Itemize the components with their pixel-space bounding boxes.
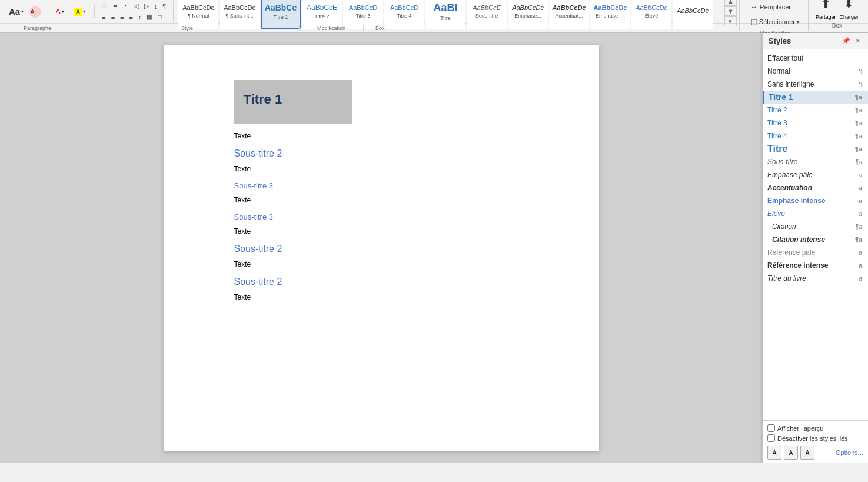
style-item-reference-pale-name: Référence pâle [767, 248, 856, 257]
indent-increase-btn[interactable]: ▷ [142, 1, 151, 11]
panel-close-btn[interactable]: ✕ [853, 36, 862, 45]
style-item-normal-name: Normal [767, 67, 856, 75]
style-item-accentuation[interactable]: Accentuation a [763, 181, 868, 194]
document-page: Titre 1 Texte Sous-titre 2 Texte Sous-ti… [164, 45, 599, 451]
partager-btn[interactable]: ⬆ [817, 0, 835, 13]
align-left-btn[interactable]: ≡ [99, 12, 108, 22]
title1-wrapper: Titre 1 [234, 80, 352, 124]
style-emphase-label: Emphase... [514, 13, 541, 19]
style-item-citation-intense[interactable]: Citation intense ¶a [767, 233, 868, 246]
style-section-label: Style [75, 25, 300, 31]
style-item-reference-intense[interactable]: Référence intense a [763, 259, 868, 272]
style-item-titre[interactable]: Titre ¶a [763, 142, 868, 155]
styles-panel-header: Styles 📌 ✕ [763, 33, 868, 49]
highlight-btn[interactable]: A ▾ [70, 5, 89, 18]
doc-subtitle2-3: Sous-titre 2 [234, 277, 552, 287]
multi-level-list-btn[interactable]: ⋮ [120, 1, 131, 11]
numbered-list-btn[interactable]: ≡ [111, 1, 119, 11]
styles-list: Effacer tout Normal ¶ Sans interligne ¶ … [763, 49, 868, 420]
ribbon-top: Aa ▾ A A ▾ A ▾ ☰ ≡ ⋮ ◁ [0, 0, 868, 24]
doc-subtitle3-1: Sous-titre 3 [234, 181, 552, 190]
new-style-btn[interactable]: A [767, 446, 781, 460]
style-item-sans-name: Sans interligne [767, 80, 856, 88]
style-item-emphase-pale[interactable]: Emphase pâle a [763, 168, 868, 181]
style-item-titre2-name: Titre 2 [767, 106, 853, 114]
style-item-sans-icon: ¶ [859, 81, 862, 88]
style-item-sans-interligne[interactable]: Sans interligne ¶ [763, 78, 868, 91]
afficher-apercu-checkbox[interactable] [767, 424, 775, 432]
style-emphase-intense-label: Emphase i... [596, 13, 625, 19]
style-item-sous-titre-name: Sous-titre [767, 158, 853, 166]
line-spacing-btn[interactable]: ↕ [136, 12, 144, 22]
style-accentuation-preview: AaBbCcDc [553, 4, 586, 12]
panel-pin-btn[interactable]: 📌 [840, 36, 852, 45]
load-icon: ⬇ [844, 0, 854, 11]
gallery-scroll-up[interactable]: ▲ [724, 0, 737, 6]
style-item-eleve[interactable]: Élevé a [763, 207, 868, 220]
font-color-btn[interactable]: A ▾ [51, 5, 68, 18]
style-item-effacer[interactable]: Effacer tout [763, 52, 868, 65]
shading-btn[interactable]: ▦ [144, 12, 155, 22]
style-item-sous-titre[interactable]: Sous-titre ¶a [763, 155, 868, 168]
style-item-titre-livre-name: Titre du livre [767, 274, 856, 282]
ribbon: Aa ▾ A A ▾ A ▾ ☰ ≡ ⋮ ◁ [0, 0, 868, 33]
footer-buttons: A A A Options... [767, 446, 863, 460]
show-marks-btn[interactable]: ¶ [160, 1, 168, 11]
style-titre1-preview: AaBbCc [265, 3, 297, 13]
afficher-apercu-label: Afficher l'aperçu [777, 425, 823, 432]
bullet-list-btn[interactable]: ☰ [99, 1, 110, 11]
align-right-btn[interactable]: ≡ [118, 12, 126, 22]
style-item-titre-livre[interactable]: Titre du livre a [763, 272, 868, 285]
quick-style-btn[interactable]: A [29, 6, 41, 18]
style-item-effacer-name: Effacer tout [767, 54, 860, 62]
style-item-titre2[interactable]: Titre 2 ¶a [763, 104, 868, 117]
document-area: Titre 1 Texte Sous-titre 2 Texte Sous-ti… [0, 33, 762, 463]
style-sans-preview: AaBbCcDc [224, 4, 255, 12]
align-justify-btn[interactable]: ≡ [127, 12, 135, 22]
style-item-titre3-icon: ¶a [855, 119, 862, 127]
style-item-citation-intense-icon: ¶a [855, 236, 862, 243]
style-item-reference-pale[interactable]: Référence pâle a [763, 246, 868, 259]
charger-btn[interactable]: ⬇ [840, 0, 858, 13]
style-item-titre1-name: Titre 1 [769, 92, 853, 102]
new-style-icon: A [773, 450, 777, 456]
style-item-sous-titre-icon: ¶a [855, 158, 862, 165]
borders-btn[interactable]: □ [155, 12, 164, 22]
doc-text5: Texte [234, 259, 552, 270]
style-item-citation-name: Citation [772, 222, 853, 231]
style-titre3-preview: AaBbCcD [349, 4, 377, 12]
paragraphe-section-label: Paragraphe [0, 25, 75, 31]
gallery-scroll: ▲ ▼ ▾ [724, 0, 737, 26]
sort-btn[interactable]: ↕ [152, 1, 160, 11]
options-link[interactable]: Options... [836, 449, 863, 456]
styles-panel-title: Styles [769, 36, 791, 45]
style-item-titre4[interactable]: Titre 4 ¶a [763, 129, 868, 142]
style-item-titre3[interactable]: Titre 3 ¶a [763, 117, 868, 129]
style-item-titre3-name: Titre 3 [767, 119, 853, 127]
style-item-emphase-intense[interactable]: Emphase intense a [763, 194, 868, 207]
charger-container: ⬇ Charger [839, 0, 859, 20]
remplacer-btn[interactable]: ↔ Remplacer [747, 1, 803, 14]
style-item-citation[interactable]: Citation ¶a [767, 220, 868, 233]
desactiver-styles-checkbox[interactable] [767, 434, 775, 442]
style-item-titre1[interactable]: Titre 1 ¶a [763, 91, 868, 104]
style-normal-label: ¶ Normal [188, 13, 209, 19]
style-emphase-preview: AaBbCcDc [512, 4, 544, 12]
box-buttons: ⬆ Partager ⬇ Charger [816, 0, 859, 20]
manage-style-btn[interactable]: A [800, 446, 814, 460]
style-accentuation-label: Accentuat... [555, 13, 583, 19]
gallery-scroll-down[interactable]: ▼ [724, 6, 737, 16]
styles-panel-controls: 📌 ✕ [840, 36, 862, 45]
indent-decrease-btn[interactable]: ◁ [132, 1, 141, 11]
font-color-icon: A [55, 7, 61, 16]
main-area: Titre 1 Texte Sous-titre 2 Texte Sous-ti… [0, 33, 868, 463]
style-item-titre4-name: Titre 4 [767, 132, 853, 140]
inspect-style-btn[interactable]: A [784, 446, 798, 460]
style-titre2-label: Titre 2 [314, 14, 329, 19]
style-item-normal[interactable]: Normal ¶ [763, 65, 868, 78]
style-titre2-preview: AaBbCcE [307, 4, 337, 12]
align-center-btn[interactable]: ≡ [109, 12, 117, 22]
doc-subtitle3-2: Sous-titre 3 [234, 212, 552, 221]
style-item-reference-pale-icon: a [859, 249, 862, 256]
font-size-btn[interactable]: Aa ▾ [5, 4, 28, 19]
